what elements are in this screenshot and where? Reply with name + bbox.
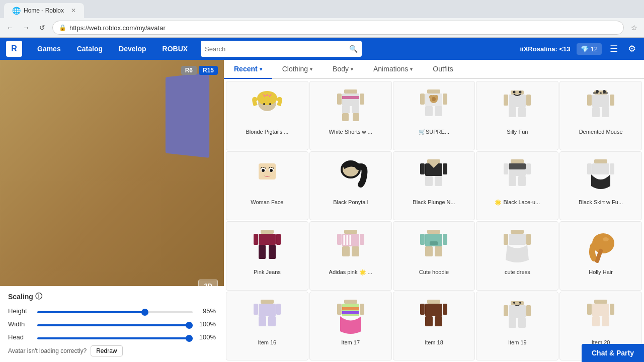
item-17[interactable]: Item 17 <box>309 292 392 361</box>
svg-rect-123 <box>504 305 508 316</box>
nav-right: iiXRosalina: <13 💎 12 ☰ ⚙ <box>520 41 638 56</box>
item-blonde-pigtails[interactable]: Blonde Pigtails ... <box>226 81 308 150</box>
forward-button[interactable]: → <box>20 22 32 34</box>
tab-clothing[interactable]: Clothing ▾ <box>272 60 323 79</box>
browser-nav-bar: ← → ↺ 🔒 https://web.roblox.com/my/avatar… <box>0 18 644 37</box>
r15-badge[interactable]: R15 <box>199 66 218 75</box>
item-image-blonde <box>247 85 287 126</box>
item-black-lace[interactable]: 🌟 Black Lace-u... <box>476 151 558 221</box>
chat-party-button[interactable]: Chat & Party <box>582 344 644 362</box>
item-black-skirt[interactable]: Black Skirt w Fu... <box>559 151 642 221</box>
nav-links: Games Catalog Develop ROBUX <box>30 41 195 57</box>
tab-label: Home - Roblox <box>24 7 64 14</box>
redraw-button[interactable]: Redraw <box>91 345 122 356</box>
item-black-ponytail[interactable]: Black Ponytail <box>309 151 392 221</box>
svg-rect-92 <box>430 241 438 245</box>
svg-rect-132 <box>610 304 614 315</box>
menu-icon[interactable]: ☰ <box>608 41 620 56</box>
item-18[interactable]: Item 18 <box>393 292 475 361</box>
robux-link[interactable]: ROBUX <box>155 41 195 57</box>
r6-badge[interactable]: R6 <box>181 66 197 75</box>
demented-mouse-svg <box>583 88 618 123</box>
svg-rect-57 <box>427 159 440 163</box>
items-grid: Blonde Pigtails ... <box>224 79 644 362</box>
svg-rect-125 <box>509 318 516 328</box>
item-label-black-plunge: Black Plunge N... <box>413 199 455 206</box>
item-16[interactable]: Item 16 <box>226 292 308 361</box>
secure-icon: 🔒 <box>59 24 66 31</box>
catalog-link[interactable]: Catalog <box>70 41 110 57</box>
svg-rect-68 <box>509 176 516 186</box>
svg-rect-70 <box>594 159 607 163</box>
scaling-info-icon: ⓘ <box>35 292 42 301</box>
browser-tab[interactable]: 🌐 Home - Roblox ✕ <box>4 3 84 18</box>
svg-rect-27 <box>509 107 516 117</box>
width-value: 100% <box>197 320 216 328</box>
develop-link[interactable]: Develop <box>112 41 153 57</box>
item-demented-mouse[interactable]: Demented Mouse <box>559 81 642 150</box>
svg-rect-63 <box>511 159 524 163</box>
height-slider[interactable] <box>37 311 193 313</box>
svg-rect-21 <box>420 94 425 105</box>
svg-point-29 <box>513 91 516 94</box>
item-image-black-lace <box>497 156 537 196</box>
item-adidas-pink[interactable]: Adidas pink 🌟 ... <box>309 221 392 291</box>
item-label-black-ponytail: Black Ponytail <box>333 199 368 206</box>
clothing-arrow-icon: ▾ <box>310 66 312 72</box>
avatar-error-row: Avatar isn't loading correctly? Redraw <box>8 345 216 356</box>
search-bar[interactable]: 🔍 <box>201 41 362 57</box>
item-silly-fun[interactable]: Silly Fun <box>476 81 558 150</box>
svg-rect-119 <box>425 316 433 326</box>
item-label-black-skirt: Black Skirt w Fu... <box>579 199 623 206</box>
back-button[interactable]: ← <box>4 22 16 34</box>
robux-icon: 💎 <box>581 45 589 53</box>
address-bar[interactable]: 🔒 https://web.roblox.com/my/avatar <box>52 21 624 35</box>
svg-rect-88 <box>352 246 359 256</box>
svg-rect-65 <box>509 163 526 169</box>
item-supre[interactable]: 🛒SUPRE... <box>393 81 475 150</box>
svg-point-1 <box>257 91 277 105</box>
height-value: 95% <box>197 307 216 315</box>
item-cute-dress[interactable]: cute dress <box>476 221 558 291</box>
svg-rect-7 <box>342 106 350 113</box>
svg-rect-85 <box>337 234 342 245</box>
item-woman-face[interactable]: Woman Face <box>226 151 308 221</box>
item-black-plunge[interactable]: Black Plunge N... <box>393 151 475 221</box>
item-white-shorts[interactable]: White Shorts w ... <box>309 81 392 150</box>
svg-point-30 <box>519 91 522 94</box>
settings-icon[interactable]: ⚙ <box>626 41 638 56</box>
item-pink-jeans[interactable]: Pink Jeans <box>226 221 308 291</box>
recent-arrow-icon: ▾ <box>260 66 262 72</box>
svg-rect-98 <box>509 234 526 245</box>
item-image-black-plunge <box>414 156 454 196</box>
width-slider[interactable] <box>37 324 193 326</box>
refresh-button[interactable]: ↺ <box>36 22 48 34</box>
item-image-hoodie <box>414 226 454 266</box>
item-19[interactable]: Item 19 <box>476 292 558 361</box>
item-image-woman-face <box>247 156 287 196</box>
item-label-pink-jeans: Pink Jeans <box>254 269 281 276</box>
cute-hoodie-svg <box>416 227 451 265</box>
roblox-logo[interactable]: R <box>6 41 22 57</box>
svg-rect-6 <box>342 96 359 99</box>
tab-close-icon[interactable]: ✕ <box>71 7 76 14</box>
svg-rect-33 <box>587 95 592 106</box>
tab-outfits[interactable]: Outfits <box>423 60 463 79</box>
tab-body[interactable]: Body ▾ <box>323 60 363 79</box>
svg-rect-76 <box>254 234 258 245</box>
svg-rect-13 <box>427 89 440 94</box>
games-link[interactable]: Games <box>30 41 68 57</box>
svg-rect-9 <box>337 94 342 105</box>
search-input[interactable] <box>205 45 349 53</box>
tab-recent[interactable]: Recent ▾ <box>224 60 272 79</box>
item-label-19: Item 19 <box>508 339 527 346</box>
item-holly-hair[interactable]: Holly Hair <box>559 221 642 291</box>
head-slider[interactable] <box>37 337 193 339</box>
item-cute-hoodie[interactable]: Cute hoodie <box>393 221 475 291</box>
bookmark-icon[interactable]: ☆ <box>628 22 640 34</box>
item-image-19 <box>497 296 537 336</box>
tab-animations[interactable]: Animations ▾ <box>363 60 423 79</box>
svg-rect-99 <box>504 234 508 245</box>
svg-rect-10 <box>360 94 364 105</box>
item-image-18 <box>414 296 454 336</box>
